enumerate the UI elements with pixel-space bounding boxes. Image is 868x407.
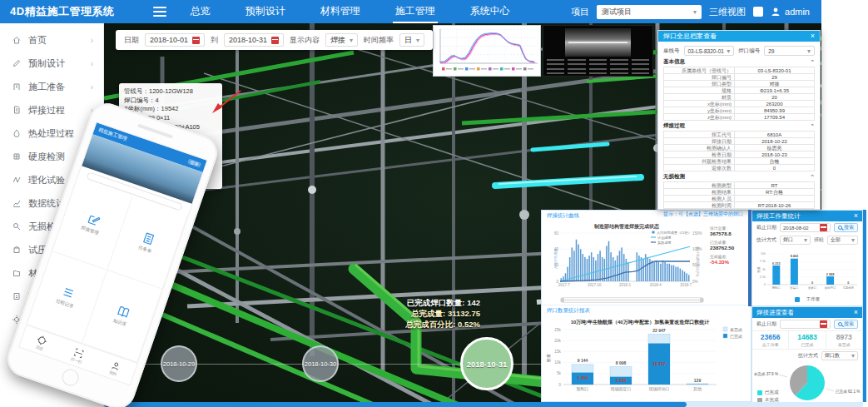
collapse-icon[interactable]: ⌃ <box>810 59 815 66</box>
to-label: 到 <box>211 35 218 46</box>
top-nav: 4D精益施工管理系统 总览预制设计材料管理施工管理系统中心 项目 测试项目 ▾ … <box>0 0 821 23</box>
horizontal-scrollbar[interactable] <box>104 402 863 407</box>
table-row: 检测人员 <box>664 196 815 202</box>
sidebar-item-label: 首页 <box>28 34 47 47</box>
calendar-icon <box>271 37 279 44</box>
workload-legend: 工作量 <box>752 296 862 302</box>
tooltip-row: 管线号：1200-12GW128 <box>124 87 217 97</box>
legend-item-已完成[interactable]: 已完成 <box>757 390 779 395</box>
app-title: 4D精益施工管理系统 <box>0 4 125 19</box>
nav-item-总览[interactable]: 总览 <box>188 0 213 23</box>
table-row: 检测确认人徐思亮 <box>664 145 815 151</box>
close-icon[interactable]: × <box>811 32 815 40</box>
project-select[interactable]: 测试项目 ▾ <box>597 5 702 19</box>
filter-label: 单线号 <box>663 47 680 55</box>
table-row: z坐标(mm)17709.54 <box>664 114 815 121</box>
stack-chart-section: 焊口数量统计报表 10万吨/年生物航煤（40万吨/年配套）加氢装置改造焊口数统计… <box>542 305 751 400</box>
hamburger-icon[interactable] <box>153 4 166 19</box>
xray-panel[interactable] <box>543 25 653 77</box>
phone-home-button[interactable] <box>60 367 81 388</box>
close-icon[interactable]: × <box>854 212 858 220</box>
nav-item-预制设计[interactable]: 预制设计 <box>243 0 288 23</box>
scene-toolbar: 日期 2018-10-01 到 2018-10-31 显示内容 焊接 ▾ 时间频… <box>116 30 433 50</box>
svg-text:人均日完成量: 人均日完成量 <box>553 248 558 269</box>
svg-text:预制口: 预制口 <box>772 286 781 290</box>
collapse-icon[interactable]: ⌃ <box>810 123 815 130</box>
stacked-bar-chart: 10万吨/年生物航煤（40万吨/年配套）加氢装置改造焊口数统计05k10k15k… <box>542 316 750 400</box>
hint-text: 提示：可【点选】三维场景中的焊口 <box>663 211 815 218</box>
welder-code-link[interactable]: 6810A <box>735 132 815 138</box>
svg-text:实际进度: 实际进度 <box>657 241 672 246</box>
trend-chart: 制造部结构管道焊接完成状态02040600%50%100%150%2017-72… <box>543 221 710 295</box>
date-to-input[interactable]: 2018-10-31 <box>224 33 284 47</box>
panel-header: 焊口全息档案查看 × <box>658 31 820 42</box>
xray-data-table <box>547 59 649 74</box>
svg-text:3 538: 3 538 <box>616 378 627 383</box>
sidebar-item-label: 焊接过程 <box>28 104 65 117</box>
section-title: 焊接过程⌃ <box>663 122 815 130</box>
svg-text:10万吨/年生物航煤（40万吨/年配套）加氢装置改造焊口数统: 10万吨/年生物航煤（40万吨/年配套）加氢装置改造焊口数统计 <box>571 319 711 325</box>
time-range-slider[interactable] <box>560 297 704 303</box>
sidebar-item-施工准备[interactable]: 施工准备› <box>0 75 103 98</box>
phone-login-button[interactable]: 登录 <box>187 158 201 167</box>
date-input[interactable]: 2018-08-02 <box>780 223 831 232</box>
3d-view-toggle[interactable] <box>753 7 763 17</box>
svg-text:15k: 15k <box>554 350 561 354</box>
sidebar-item-预制设计[interactable]: 预制设计› <box>0 52 103 75</box>
svg-text:9 144: 9 144 <box>578 358 588 363</box>
collapse-icon[interactable]: ⌃ <box>810 174 815 181</box>
timeline-bubble-2018-10-30[interactable]: 2018-10-30 <box>302 345 339 382</box>
nav-item-施工管理[interactable]: 施工管理 <box>393 0 438 23</box>
progress-total-已完成: 14683已完成 <box>789 331 826 349</box>
timeline-bubble-2018-10-31[interactable]: 2018-10-31 <box>460 337 513 390</box>
table-row: y坐标(mm)84950.99 <box>664 107 815 114</box>
svg-text:计划进度: 计划进度 <box>657 236 672 240</box>
mode-select[interactable]: 焊口▾ <box>780 236 811 245</box>
heat-curve-panel[interactable] <box>433 25 541 77</box>
date-from-value: 2018-10-01 <box>150 36 188 44</box>
svg-text:现场转动口: 现场转动口 <box>649 386 670 392</box>
svg-text:数量: 数量 <box>546 354 551 362</box>
svg-text:2018-7: 2018-7 <box>680 283 692 287</box>
date-label: 日期 <box>124 35 139 46</box>
table-row: 外观检查结果合格 <box>664 158 815 165</box>
nav-item-材料管理[interactable]: 材料管理 <box>318 0 363 23</box>
date-input[interactable] <box>780 320 831 329</box>
mode-select[interactable]: 焊口数▾ <box>821 351 858 360</box>
svg-text:数量: 数量 <box>756 266 761 273</box>
search-icon <box>838 322 842 326</box>
stat-value: 367578.8 <box>710 231 748 236</box>
team-select[interactable]: 全部▾ <box>827 236 858 245</box>
search-button[interactable]: 搜索 <box>834 223 858 232</box>
nav-item-系统中心[interactable]: 系统中心 <box>468 0 513 23</box>
timeline-bubble-2018-10-29[interactable]: 2018-10-29 <box>161 345 197 382</box>
filter-select-焊口编号[interactable]: 29▾ <box>764 46 815 56</box>
freq-select[interactable]: 日 ▾ <box>399 33 424 47</box>
svg-text:7.5k: 7.5k <box>760 260 766 263</box>
vertical-scrollbar[interactable] <box>863 210 866 402</box>
date-from-input[interactable]: 2018-10-01 <box>145 33 205 47</box>
date-to-value: 2018-10-31 <box>229 36 267 44</box>
stat-line: 总完成量: 31132.75 <box>354 309 480 320</box>
stats-icon <box>12 198 22 208</box>
pressure-icon <box>12 245 22 255</box>
svg-text:现场固定口: 现场固定口 <box>611 386 632 392</box>
close-icon[interactable]: × <box>854 309 858 316</box>
project-value: 测试项目 <box>602 7 632 17</box>
trend-stats: 设计总量:367578.8已完成量:238762.50完成偏差:-54.33% <box>710 226 748 268</box>
section-title: 基本信息⌃ <box>663 58 815 66</box>
svg-text:0: 0 <box>847 281 849 285</box>
search-button[interactable]: 搜索 <box>834 320 858 329</box>
filter-select-单线号[interactable]: 03-LS-8320-01▾ <box>684 46 735 56</box>
sidebar-item-首页[interactable]: 首页› <box>0 28 103 52</box>
svg-text:未完成: 未完成 <box>730 327 742 333</box>
content-value: 焊接 <box>330 35 345 46</box>
project-label: 项目 <box>571 6 589 18</box>
content-select[interactable]: 焊接 ▾ <box>325 33 358 47</box>
sidebar-item-焊接过程[interactable]: 焊接过程› <box>0 98 103 122</box>
user-menu[interactable]: admin <box>771 7 810 17</box>
team-label: 班组 <box>814 236 824 244</box>
svg-text:2017-10: 2017-10 <box>588 283 602 287</box>
stack-caption-link[interactable]: 焊口数量统计报表 <box>542 305 751 316</box>
date-value: 2018-08-02 <box>783 226 809 231</box>
